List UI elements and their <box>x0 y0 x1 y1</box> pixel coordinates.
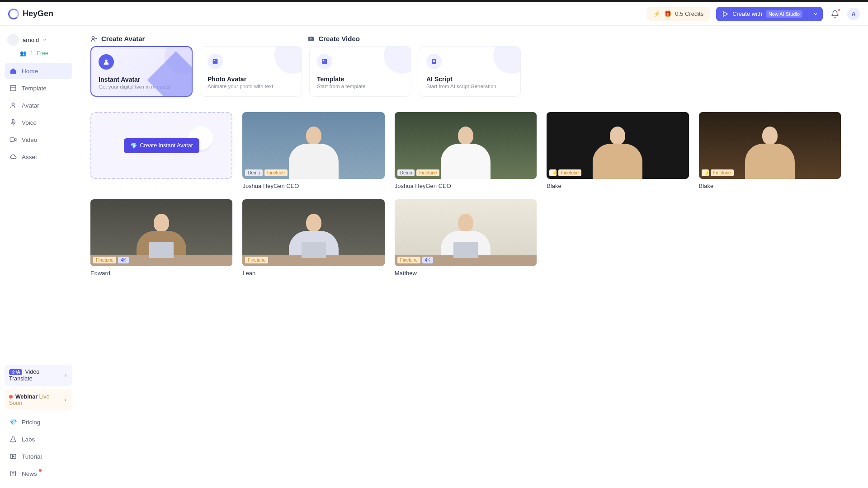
avatar-name: Edward <box>90 270 232 277</box>
svg-marker-0 <box>723 11 727 16</box>
nav-home[interactable]: Home <box>5 63 72 79</box>
nav-template[interactable]: Template <box>5 80 72 96</box>
nav-label: Voice <box>22 119 37 126</box>
nav-tutorial[interactable]: Tutorial <box>5 448 72 465</box>
avatar-name: Leah <box>242 270 384 277</box>
nav-video[interactable]: Video <box>5 131 72 148</box>
avatar-tile[interactable]: FinetuneLeah <box>242 199 384 277</box>
template-icon <box>317 54 332 69</box>
create-with-button[interactable]: Create with New AI Studio <box>716 7 808 21</box>
news-dot <box>39 469 42 472</box>
badges: DemoFinetune <box>397 169 440 176</box>
webinar-card[interactable]: Webinar Live Soon <box>5 389 72 410</box>
section-create-avatar: Create Avatar <box>90 35 145 42</box>
brand-logo[interactable]: HeyGen <box>8 9 53 19</box>
nav-avatar[interactable]: Avatar <box>5 97 72 113</box>
card-subtitle: Start from a template <box>317 84 404 89</box>
app-header: HeyGen ⚡ 🎁 0.5 Credits Create with New A… <box>0 2 868 26</box>
workspace-switcher[interactable]: arnold <box>5 32 72 47</box>
badges: ⚡Finetune <box>702 169 734 176</box>
card-instant-avatar[interactable]: Instant Avatar Get your digital twin in … <box>90 46 193 97</box>
svg-rect-18 <box>213 59 218 64</box>
user-icon <box>99 54 114 70</box>
card-ai-script[interactable]: AI Script Start from AI script Generatio… <box>419 46 521 97</box>
chevron-down-icon <box>42 38 47 42</box>
nav-news[interactable]: News <box>5 465 72 482</box>
header-actions: ⚡ 🎁 0.5 Credits Create with New AI Studi… <box>647 7 860 21</box>
create-instant-avatar-button[interactable]: 💎 Create Instant Avatar <box>124 138 199 153</box>
home-icon <box>9 67 17 75</box>
avatar-name: Blake <box>547 183 689 189</box>
avatar-tile[interactable]: Finetune4KMatthew <box>395 199 537 277</box>
cloud-icon <box>9 153 17 161</box>
avatar-tile[interactable]: DemoFinetuneJoshua HeyGen CEO <box>242 112 384 189</box>
nav-voice[interactable]: Voice <box>5 114 72 131</box>
avatar-icon <box>9 101 17 109</box>
workspace-name: arnold <box>23 37 39 43</box>
workspace-meta: 👥 1 Free <box>5 50 72 56</box>
logo-icon <box>8 9 19 19</box>
avatar-tile[interactable]: DemoFinetuneJoshua HeyGen CEO <box>395 112 537 189</box>
fourk-badge: 4K <box>422 257 433 263</box>
avatar-thumbnail: Finetune <box>242 199 384 266</box>
badges: ⚡Finetune <box>549 169 581 176</box>
translate-pill-icon: 文/A <box>9 369 22 375</box>
demo-badge: Demo <box>397 169 415 176</box>
badges: DemoFinetune <box>245 169 288 176</box>
create-instant-avatar-tile[interactable]: 💎 Create Instant Avatar <box>90 112 232 179</box>
chevron-right-icon <box>63 373 68 378</box>
card-subtitle: Animate your photo with text <box>208 84 294 89</box>
card-template[interactable]: Template Start from a template <box>309 46 411 97</box>
bolt-icon: ⚡ <box>653 10 660 17</box>
chevron-right-icon <box>63 398 68 402</box>
nav-label: Avatar <box>22 102 39 109</box>
sidebar-bottom-nav: 💎 Pricing Labs Tutorial News <box>5 414 72 482</box>
badges: Finetune4K <box>93 257 129 263</box>
lightning-badge: ⚡ <box>549 169 557 176</box>
avatar-thumbnail: Finetune4K <box>395 199 537 266</box>
workspace-avatar <box>7 34 19 46</box>
svg-marker-8 <box>13 455 14 457</box>
webinar-label: Webinar <box>15 394 38 400</box>
card-photo-avatar[interactable]: Photo Avatar Animate your photo with tex… <box>200 46 302 97</box>
members-count: 1 <box>30 50 33 56</box>
svg-rect-5 <box>10 138 14 141</box>
credits-pill[interactable]: ⚡ 🎁 0.5 Credits <box>647 7 710 21</box>
nav-asset[interactable]: Asset <box>5 149 72 165</box>
finetune-badge: Finetune <box>397 257 420 263</box>
video-translate-card[interactable]: 文/AVideo Translate <box>5 365 72 386</box>
avatar-tile[interactable]: Finetune4KEdward <box>90 199 232 277</box>
avatar-tile[interactable]: ⚡FinetuneBlake <box>699 112 841 189</box>
sidebar: arnold 👥 1 Free Home Template Avatar <box>0 26 77 488</box>
main-content: Create Avatar Create Video Instant Avata… <box>77 26 868 488</box>
finetune-badge: Finetune <box>264 169 288 176</box>
video-icon <box>9 136 17 144</box>
section-title: Create Video <box>318 35 359 42</box>
finetune-badge: Finetune <box>558 169 581 176</box>
finetune-badge: Finetune <box>711 169 734 176</box>
template-icon <box>9 84 17 92</box>
photo-icon <box>208 54 223 69</box>
nav-label: Video <box>22 136 37 143</box>
nav-pricing[interactable]: 💎 Pricing <box>5 414 72 430</box>
create-with-dropdown[interactable] <box>808 7 823 21</box>
notifications-button[interactable] <box>829 8 841 20</box>
avatar-name: Blake <box>699 183 841 189</box>
news-icon <box>9 469 17 478</box>
create-tile-label: Create Instant Avatar <box>140 142 193 149</box>
voice-icon <box>9 118 17 127</box>
card-title: AI Script <box>426 75 513 83</box>
avatar-tile[interactable]: ⚡FinetuneBlake <box>547 112 689 189</box>
notification-dot <box>837 8 841 12</box>
svg-rect-1 <box>10 85 16 91</box>
svg-point-17 <box>105 60 107 62</box>
diamond-icon: 💎 <box>130 142 137 149</box>
nav-labs[interactable]: Labs <box>5 431 72 447</box>
nav-label: Pricing <box>22 419 40 426</box>
avatars-grid: 💎 Create Instant Avatar DemoFinetuneJosh… <box>90 112 841 277</box>
brand-name: HeyGen <box>23 9 53 19</box>
svg-point-12 <box>92 36 94 38</box>
script-icon <box>426 54 442 69</box>
user-avatar[interactable]: A <box>847 8 860 20</box>
finetune-badge: Finetune <box>245 257 268 263</box>
